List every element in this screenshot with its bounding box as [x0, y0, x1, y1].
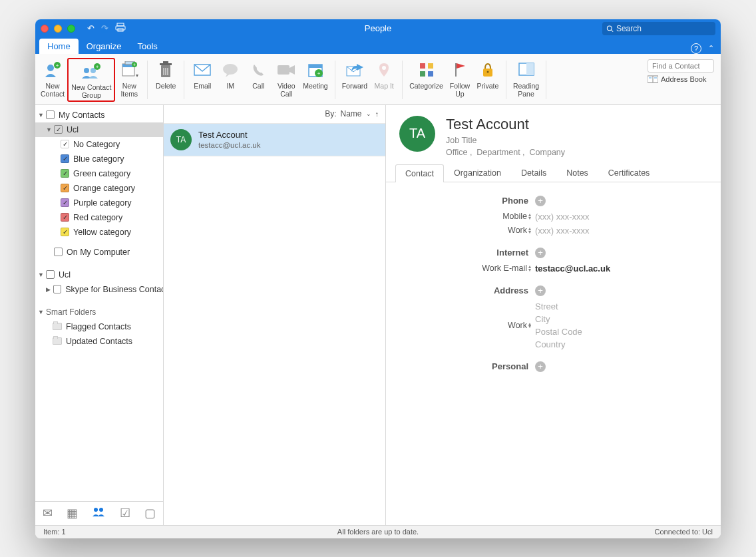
field-mobile-value[interactable]: (xxx) xxx-xxxx: [535, 212, 590, 222]
address-book-button[interactable]: Address Book: [648, 75, 714, 83]
sidebar-skype[interactable]: ▶ Skype for Business Contacts: [35, 282, 163, 297]
new-contact-button[interactable]: + New Contact: [38, 58, 67, 99]
mail-icon[interactable]: ✉: [43, 506, 53, 520]
sidebar-category[interactable]: ✓Purple category: [35, 196, 163, 210]
minimize-window-button[interactable]: [54, 25, 62, 33]
map-it-button[interactable]: Map It: [370, 58, 398, 91]
sidebar-category[interactable]: ✓Yellow category: [35, 225, 163, 240]
redo-icon[interactable]: ↷: [101, 23, 108, 33]
contact-list-item[interactable]: TA Test Account testacc@ucl.ac.uk: [164, 124, 385, 156]
detail-tab-organization[interactable]: Organization: [444, 164, 511, 182]
field-work-addr-label[interactable]: Work▴▾: [402, 321, 535, 330]
sidebar-flagged[interactable]: Flagged Contacts: [35, 319, 163, 334]
field-work-phone-label[interactable]: Work▴▾: [402, 226, 535, 235]
svg-text:+: +: [317, 71, 321, 77]
call-button[interactable]: Call: [244, 58, 272, 91]
add-address-icon[interactable]: +: [535, 285, 546, 296]
window-title: People: [365, 23, 391, 33]
calendar-icon[interactable]: ▦: [67, 506, 78, 520]
svg-rect-0: [117, 23, 124, 26]
follow-up-button[interactable]: Follow Up: [446, 58, 474, 99]
tab-home[interactable]: Home: [39, 39, 79, 54]
field-country[interactable]: Country: [535, 339, 582, 349]
svg-rect-1: [116, 26, 125, 30]
sidebar-ucl-root[interactable]: ▼ Ucl: [35, 268, 163, 282]
ribbon-tabs: Home Organize Tools ? ⌃: [35, 38, 721, 54]
sidebar-category[interactable]: ✓Orange category: [35, 181, 163, 196]
field-postal[interactable]: Postal Code: [535, 327, 582, 337]
collapse-ribbon-icon[interactable]: ⌃: [708, 44, 714, 53]
checkbox[interactable]: [46, 110, 55, 119]
forward-button[interactable]: Forward: [339, 58, 371, 91]
tab-tools[interactable]: Tools: [129, 39, 165, 54]
add-internet-icon[interactable]: +: [535, 248, 546, 258]
sidebar-ucl[interactable]: ▼ ✓ Ucl: [35, 122, 163, 137]
sidebar-category[interactable]: ✓Green category: [35, 166, 163, 181]
detail-tab-contact[interactable]: Contact: [395, 164, 444, 182]
close-window-button[interactable]: [41, 25, 49, 33]
status-sync: All folders are up to date.: [337, 528, 419, 536]
field-street[interactable]: Street: [535, 301, 582, 311]
svg-rect-33: [420, 63, 425, 69]
meeting-button[interactable]: + Meeting: [300, 58, 330, 91]
detail-tabs: Contact Organization Details Notes Certi…: [386, 164, 721, 182]
svg-line-4: [611, 30, 613, 32]
private-button[interactable]: Private: [474, 58, 502, 91]
chevron-down-icon: ▼: [38, 112, 45, 118]
new-items-button[interactable]: +▾ New Items: [115, 58, 143, 99]
categorize-button[interactable]: Categorize: [407, 58, 446, 91]
delete-button[interactable]: Delete: [152, 58, 180, 91]
svg-point-3: [607, 25, 612, 30]
checkbox[interactable]: [46, 270, 55, 279]
chevron-down-icon: ▼: [38, 272, 45, 278]
sidebar-my-contacts[interactable]: ▼ My Contacts: [35, 108, 163, 122]
checkbox[interactable]: [53, 285, 61, 293]
tasks-icon[interactable]: ☑: [120, 506, 130, 520]
email-button[interactable]: Email: [188, 58, 216, 91]
list-sort-header[interactable]: By: Name ⌄ ↑: [164, 105, 385, 124]
print-icon[interactable]: [115, 23, 126, 34]
video-call-button[interactable]: Video Call: [272, 58, 300, 99]
avatar: TA: [170, 129, 192, 150]
checkbox[interactable]: ✓: [54, 125, 63, 134]
sidebar-on-my-computer[interactable]: On My Computer: [35, 245, 163, 260]
sort-asc-icon[interactable]: ↑: [375, 110, 379, 118]
search-input[interactable]: [616, 24, 711, 33]
svg-rect-34: [428, 63, 433, 69]
add-personal-icon[interactable]: +: [535, 361, 546, 372]
add-phone-icon[interactable]: +: [535, 196, 546, 206]
sidebar-category[interactable]: ✓Blue category: [35, 152, 163, 166]
reading-pane-button[interactable]: ▾ Reading Pane: [510, 58, 542, 99]
contact-email: testacc@ucl.ac.uk: [198, 141, 261, 149]
undo-icon[interactable]: ↶: [87, 23, 94, 33]
checkbox[interactable]: [54, 248, 63, 256]
people-icon[interactable]: [92, 506, 105, 520]
find-contact-input[interactable]: [648, 59, 714, 73]
tab-organize[interactable]: Organize: [79, 39, 130, 54]
field-work-email-value[interactable]: testacc@ucl.ac.uk: [535, 264, 610, 274]
svg-text:+: +: [56, 63, 59, 69]
svg-point-8: [84, 68, 89, 73]
field-city[interactable]: City: [535, 314, 582, 324]
field-mobile-label[interactable]: Mobile▴▾: [402, 212, 535, 221]
main-area: ▼ My Contacts ▼ ✓ Ucl ✓No Category ✓Blue…: [35, 105, 721, 525]
sidebar-updated[interactable]: Updated Contacts: [35, 334, 163, 349]
section-phone: Phone: [402, 196, 528, 206]
detail-tab-certificates[interactable]: Certificates: [598, 164, 660, 182]
zoom-window-button[interactable]: [67, 25, 75, 33]
help-icon[interactable]: ?: [691, 43, 701, 54]
sidebar-category[interactable]: ✓No Category: [35, 137, 163, 152]
sidebar-category[interactable]: ✓Red category: [35, 210, 163, 225]
svg-rect-20: [163, 61, 168, 63]
field-work-phone-value[interactable]: (xxx) xxx-xxxx: [535, 226, 590, 236]
folder-icon: [53, 323, 62, 330]
sidebar-smart-folders[interactable]: ▼ Smart Folders: [35, 305, 163, 319]
svg-rect-35: [420, 71, 425, 77]
detail-tab-details[interactable]: Details: [511, 164, 556, 182]
field-work-email-label[interactable]: Work E-mail▴▾: [402, 264, 535, 273]
new-contact-group-button[interactable]: + New Contact Group: [67, 58, 115, 102]
notes-icon[interactable]: ▢: [144, 506, 156, 520]
im-button[interactable]: IM: [216, 58, 244, 91]
search-box[interactable]: [602, 22, 715, 35]
detail-tab-notes[interactable]: Notes: [556, 164, 598, 182]
